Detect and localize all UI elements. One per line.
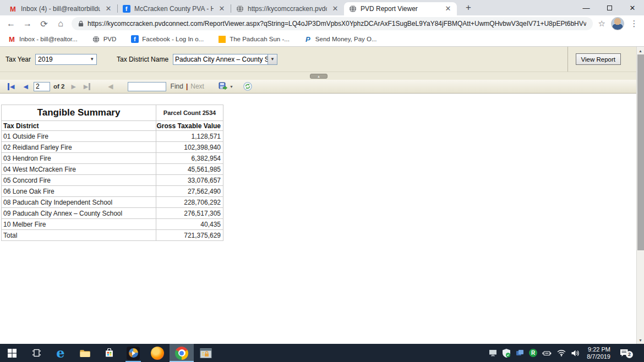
tax-district-dropdown-button[interactable]: ▼ bbox=[268, 54, 277, 65]
bookmark-label: PVD bbox=[103, 36, 117, 42]
taskbar-clock[interactable]: 9:22 PM 8/7/2019 bbox=[585, 346, 613, 360]
bookmark-label: The Paducah Sun -... bbox=[230, 36, 290, 42]
find-text-input[interactable] bbox=[128, 82, 166, 91]
tax-district-cell: 10 Melber Fire bbox=[2, 219, 156, 230]
power-plug-icon[interactable] bbox=[542, 350, 552, 356]
connected-devices-icon[interactable] bbox=[489, 349, 497, 356]
task-view-button[interactable] bbox=[24, 344, 48, 362]
page-scrollbar[interactable]: ▲ ▼ bbox=[636, 47, 644, 344]
bookmark-paypal[interactable]: P Send Money, Pay O... bbox=[304, 35, 377, 43]
table-header-row: Tax District Gross Taxable Value bbox=[2, 121, 223, 131]
windows-logo-icon bbox=[8, 349, 17, 358]
tray-app-icon[interactable] bbox=[516, 349, 524, 357]
tab-pvdconnect[interactable]: https://kycomccracken.pvdconne ✕ bbox=[231, 2, 344, 15]
windows-defender-icon[interactable] bbox=[502, 349, 511, 358]
bookmark-facebook[interactable]: f Facebook - Log In o... bbox=[130, 35, 204, 43]
tax-district-cell: 05 Concord Fire bbox=[2, 175, 156, 186]
globe-icon bbox=[236, 5, 244, 13]
action-center-button[interactable]: 2 bbox=[618, 349, 631, 357]
taskbar-microsoft-store[interactable] bbox=[97, 344, 121, 362]
find-link[interactable]: Find bbox=[171, 83, 183, 90]
gmail-icon: M bbox=[9, 5, 17, 13]
chevron-down-icon: ▼ bbox=[90, 57, 94, 62]
volume-icon[interactable] bbox=[571, 349, 580, 357]
microsoft-store-icon bbox=[105, 348, 114, 358]
previous-page-icon[interactable]: ◀ bbox=[23, 83, 28, 90]
find-next-divider: | bbox=[186, 83, 188, 90]
minimize-button[interactable]: — bbox=[575, 0, 598, 15]
globe-icon bbox=[348, 5, 357, 13]
refresh-button[interactable] bbox=[243, 82, 252, 91]
scroll-up-icon[interactable]: ▲ bbox=[637, 47, 644, 54]
tax-year-select[interactable]: 2019 ▼ bbox=[35, 54, 97, 65]
bookmark-label: Facebook - Log In o... bbox=[142, 36, 204, 42]
bookmark-pvd[interactable]: PVD bbox=[92, 35, 117, 43]
scroll-down-icon[interactable]: ▼ bbox=[637, 336, 644, 344]
export-dropdown[interactable]: ▼ bbox=[219, 82, 233, 91]
new-tab-button[interactable]: + bbox=[461, 2, 476, 13]
facebook-icon: f bbox=[130, 35, 139, 43]
tab-close-icon[interactable]: ✕ bbox=[331, 4, 340, 13]
url-input[interactable]: https://kycomccracken.pvdconnect.com/Rep… bbox=[72, 17, 593, 30]
paducah-sun-icon bbox=[218, 35, 226, 43]
bookmark-star-icon[interactable]: ☆ bbox=[598, 19, 605, 29]
tax-district-select[interactable]: Paducah City Annex – County Sch bbox=[173, 54, 268, 65]
address-bar: ← → ⟳ ⌂ https://kycomccracken.pvdconnect… bbox=[0, 15, 644, 32]
tab-facebook-pva[interactable]: f McCracken County PVA - Home ✕ bbox=[118, 2, 231, 15]
close-button[interactable]: ✕ bbox=[621, 0, 644, 15]
task-view-icon bbox=[32, 349, 41, 357]
file-explorer-icon bbox=[79, 349, 90, 358]
browser-menu-icon[interactable]: ⋮ bbox=[630, 19, 638, 29]
column-header-gross-taxable-value: Gross Taxable Value bbox=[156, 121, 223, 131]
last-page-icon[interactable]: ▶ bbox=[84, 83, 90, 90]
taskbar-edge[interactable]: e bbox=[48, 344, 73, 362]
tax-district-cell: 04 West McCracken Fire bbox=[2, 164, 156, 175]
taskbar-powerdvd[interactable] bbox=[121, 344, 145, 362]
tax-district-cell: 03 Hendron Fire bbox=[2, 153, 156, 164]
tax-district-cell: 01 Outside Fire bbox=[2, 131, 156, 142]
current-page-input[interactable] bbox=[34, 82, 50, 91]
first-page-icon[interactable]: ◀ bbox=[8, 83, 14, 90]
maximize-button[interactable] bbox=[598, 0, 621, 15]
tax-district-cell: 02 Reidland Farley Fire bbox=[2, 142, 156, 153]
reload-icon[interactable]: ⟳ bbox=[39, 19, 50, 29]
export-save-icon bbox=[219, 82, 228, 91]
table-row: 09 Paducah City Annex – County School 27… bbox=[2, 208, 223, 219]
gross-taxable-value-cell: 6,382,954 bbox=[156, 153, 223, 164]
bookmark-paducah-sun[interactable]: The Paducah Sun -... bbox=[218, 35, 290, 43]
profile-avatar[interactable] bbox=[611, 17, 624, 30]
home-icon[interactable]: ⌂ bbox=[55, 19, 66, 29]
view-report-button[interactable]: View Report bbox=[576, 53, 621, 65]
taskbar-file-explorer[interactable] bbox=[73, 344, 97, 362]
paypal-icon: P bbox=[304, 35, 312, 43]
globe-icon bbox=[92, 35, 100, 43]
tab-close-icon[interactable]: ✕ bbox=[104, 4, 113, 13]
scrollbar-thumb[interactable] bbox=[637, 54, 644, 250]
tab-pvd-report-viewer[interactable]: PVD Report Viewer ✕ bbox=[344, 2, 457, 15]
tab-gmail[interactable]: M Inbox (4) - bill@realtorbilldunn.c ✕ bbox=[4, 2, 117, 15]
back-icon[interactable]: ← bbox=[6, 19, 17, 29]
gross-taxable-value-cell: 721,375,629 bbox=[156, 230, 223, 241]
gross-taxable-value-cell: 276,517,305 bbox=[156, 208, 223, 219]
table-row: 02 Reidland Farley Fire 102,398,940 bbox=[2, 142, 223, 153]
bookmarks-bar: M Inbox - bill@realtor... PVD f Facebook… bbox=[0, 32, 644, 47]
table-row: 01 Outside Fire 1,128,571 bbox=[2, 131, 223, 142]
gross-taxable-value-cell: 1,128,571 bbox=[156, 131, 223, 142]
next-page-icon[interactable]: ▶ bbox=[71, 83, 75, 90]
taskbar-firefox[interactable] bbox=[145, 344, 170, 362]
tab-close-icon[interactable]: ✕ bbox=[217, 4, 226, 13]
chevron-down-icon: ▼ bbox=[270, 57, 275, 62]
parcel-count-label: Parcel Count 2534 bbox=[156, 105, 223, 121]
start-button[interactable] bbox=[0, 344, 24, 362]
forward-icon[interactable]: → bbox=[22, 19, 33, 29]
taskbar-security-app[interactable] bbox=[194, 344, 218, 362]
find-next-link[interactable]: Next bbox=[190, 83, 204, 90]
back-to-parent-report-icon[interactable]: ◀ bbox=[108, 83, 113, 90]
wifi-icon[interactable] bbox=[557, 349, 566, 356]
tab-close-icon[interactable]: ✕ bbox=[444, 4, 452, 13]
tray-r-app-icon[interactable]: R bbox=[529, 349, 537, 357]
splitter-collapse-handle[interactable]: ▲ bbox=[310, 74, 328, 79]
taskbar-chrome[interactable] bbox=[170, 344, 194, 362]
bookmark-inbox[interactable]: M Inbox - bill@realtor... bbox=[8, 35, 78, 43]
page-count-label: of 2 bbox=[53, 83, 64, 90]
